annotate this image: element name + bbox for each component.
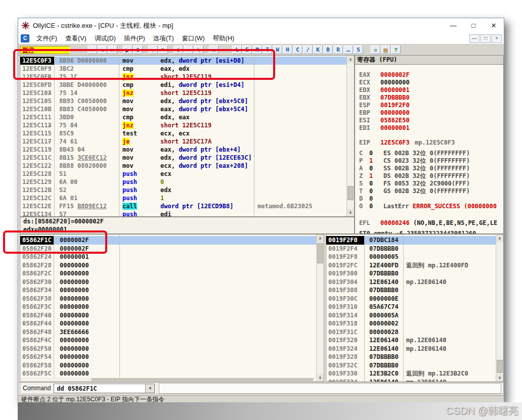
disasm-row[interactable]: 12E5C13457pushedi — [20, 210, 347, 217]
register-row[interactable]: ECX00000000 — [355, 79, 503, 86]
dump-row[interactable]: 05862F3800000000 — [20, 295, 317, 303]
stack-row[interactable]: 0019F31005A67C74 — [326, 303, 496, 311]
efl-row[interactable]: EFL00000246 (NO,NB,E,BE,NS,PE,GE,LE — [355, 219, 503, 227]
menu-item[interactable]: 帮助(H) — [209, 33, 238, 44]
st0-row[interactable]: ST0 empty -6.2359373223443981260 — [355, 230, 503, 234]
flag-row[interactable]: C0ES 002B 32位 0(FFFFFFFF) — [355, 150, 503, 157]
flag-row[interactable]: A0SS 002B 32位 0(FFFFFFFF) — [355, 165, 503, 172]
dump-row[interactable]: 05862F4C00000000 — [20, 336, 317, 345]
toolbar-button-R[interactable]: R — [333, 45, 343, 54]
disasm-row[interactable]: 12E5C1228B88 08020000movecx, dword ptr [… — [20, 162, 347, 170]
scroll-down-arrow-icon[interactable]: ∨ — [317, 374, 324, 382]
stack-row[interactable]: 0019F33412E06140mp.12E06140 — [326, 378, 496, 383]
scrollbar-thumb[interactable] — [317, 243, 323, 263]
mdi-restore-button[interactable]: □ — [481, 34, 491, 43]
scroll-up-arrow-icon[interactable]: ∧ — [496, 235, 503, 242]
stack-scrollbar[interactable]: ∧ ∨ — [496, 235, 503, 382]
disasm-row[interactable]: 12E5C1296A 00push0 — [20, 178, 347, 186]
toolbar-button-K[interactable]: K — [313, 45, 323, 54]
toolbar-button-S[interactable]: S — [354, 45, 363, 54]
flag-row[interactable]: Z1DS 002B 32位 0(FFFFFFFF) — [355, 172, 503, 180]
menu-item[interactable]: 文件(F) — [32, 33, 61, 44]
stack-pane[interactable]: 0019F2F007DBC1840019F2F407DBBBB00019F2F8… — [326, 234, 504, 382]
stack-row[interactable]: 0019F31C00000028 — [326, 328, 496, 337]
scrollbar-thumb[interactable] — [497, 360, 503, 373]
dump-row[interactable]: 05862F2400000001 — [20, 253, 317, 261]
register-row[interactable]: EAX0000002F — [355, 71, 503, 79]
disasm-row[interactable]: 12E5C117∨74 61jeshort 12E5C17A — [20, 137, 347, 146]
dump-row[interactable]: 05862F5800000000 — [20, 361, 317, 370]
dump-scrollbar[interactable]: ∧ ∨ — [316, 235, 324, 382]
stack-row[interactable]: 0019F33012E3B2C0返回到 mp.12E3B2C0 — [326, 369, 496, 378]
help-icon[interactable]: ? — [391, 45, 401, 54]
registers-pane[interactable]: 寄存器 (FPU) EAX0000002FECX00000000EDX00000… — [355, 55, 504, 234]
dump-row[interactable]: 05862F3000000000 — [20, 278, 317, 287]
dump-row[interactable]: 05862F3400000000 — [20, 286, 317, 295]
dump-row[interactable]: 05862F5000000000 — [20, 345, 317, 353]
register-row[interactable]: EBP00000000 — [355, 109, 503, 117]
minimize-button[interactable]: — — [443, 22, 463, 29]
mdi-close-button[interactable]: × — [492, 34, 502, 43]
stack-row[interactable]: 0019F32412E06140mp.12E06140 — [326, 345, 496, 353]
disasm-row[interactable]: 12E5C11585C9testecx, ecx — [20, 129, 347, 137]
disasm-row[interactable]: 12E5C10B8B83 C4050000moveax, dword ptr [… — [20, 105, 347, 113]
menu-item[interactable]: 调试(D) — [91, 33, 120, 44]
dump-row[interactable]: 05862F2800000000 — [20, 261, 317, 270]
flag-row[interactable]: S0FS 0053 32位 2C9000(FFF) — [355, 180, 503, 188]
register-row[interactable]: EDI00000001 — [355, 124, 503, 132]
stack-row[interactable]: 0019F31800000002 — [326, 319, 496, 328]
dump-row[interactable]: 05862F2C00000000 — [20, 269, 317, 278]
stack-row[interactable]: 0019F30007DBBBB0 — [326, 269, 496, 278]
stack-row[interactable]: 0019F2F407DBBBB0 — [326, 245, 496, 253]
windows-icon[interactable]: ▦ — [381, 45, 390, 54]
command-input[interactable] — [56, 385, 144, 393]
eip-row[interactable]: EIP12E5C0F3mp.12E5C0F3 — [355, 139, 503, 147]
disasm-row[interactable]: 12E5C12C6A 01push1 — [20, 194, 347, 202]
scroll-down-arrow-icon[interactable]: ∨ — [496, 374, 503, 382]
stack-row[interactable]: 0019F30C0000000E — [326, 295, 496, 303]
disassembly-scrollbar[interactable]: ∧ ∨ — [346, 56, 354, 216]
flag-row[interactable]: O0LastErr ERROR_SUCCESS (00000000 — [355, 203, 503, 210]
stack-row[interactable]: 0019F30807DBBBB0 — [326, 286, 496, 295]
stack-row[interactable]: 0019F32C07DBBBB0 — [326, 361, 496, 370]
scrollbar-thumb[interactable] — [91, 378, 314, 381]
register-row[interactable]: EDX00000001 — [355, 86, 503, 94]
register-row[interactable]: ESI05862E50 — [355, 117, 503, 124]
stack-row[interactable]: 0019F2F007DBC184 — [326, 236, 496, 245]
disasm-row[interactable]: 12E5C11C8B15 3CE6EC12movedx, dword ptr [… — [20, 154, 347, 162]
dump-row[interactable]: 05862F5C00000000 — [20, 369, 317, 378]
maximize-button[interactable]: □ — [463, 22, 484, 29]
log-icon[interactable]: ≡ — [371, 45, 380, 54]
toolbar-button-H[interactable]: H — [283, 45, 292, 54]
cpu-window-icon[interactable]: C — [21, 34, 29, 42]
menu-item[interactable]: 查看(V) — [61, 33, 91, 44]
scroll-up-arrow-icon[interactable]: ∧ — [317, 235, 324, 242]
dropdown-arrow-icon[interactable]: ▼ — [145, 384, 154, 393]
toolbar-button-…[interactable]: … — [343, 45, 353, 54]
stack-row[interactable]: 0019F2F800000005 — [326, 253, 496, 261]
title-bar[interactable]: OllyICE - cstrike.exe - [CPU - 主线程, 模块 -… — [18, 18, 504, 33]
disasm-row[interactable]: 12E5C1113BD0cmpedx, eax — [20, 113, 347, 121]
close-button[interactable]: ✕ — [484, 22, 504, 29]
scroll-up-arrow-icon[interactable]: ∧ — [347, 56, 354, 63]
disasm-row[interactable]: 12E5C1198B43 04moveax, dword ptr [ebx+4] — [20, 146, 347, 154]
disasm-row[interactable]: 12E5C12EFF15 B8D9EC12calldword ptr [12EC… — [20, 202, 347, 210]
flag-row[interactable]: D0 — [355, 195, 503, 203]
stack-row[interactable]: 0019F32012E06140mp.12E06140 — [326, 336, 496, 345]
disasm-row[interactable]: 12E5C12851pushecx — [20, 170, 347, 178]
disasm-row[interactable]: 12E5C113∨75 04jnzshort 12E5C119 — [20, 121, 347, 129]
disasm-row[interactable]: 12E5C1058B93 C0050000movedx, dword ptr [… — [20, 97, 347, 105]
menu-item[interactable]: 窗口(W) — [178, 33, 209, 44]
scroll-down-arrow-icon[interactable]: ∨ — [347, 209, 354, 216]
disasm-row[interactable]: 12E5C0FD3BBE D4000000cmpedi, dword ptr [… — [20, 81, 347, 89]
dump-row[interactable]: 05862F4000000000 — [20, 311, 317, 320]
stack-row[interactable]: 0019F2FC12E400FD返回到 mp.12E400FD — [326, 261, 496, 270]
register-row[interactable]: EBX07DBBBB0 — [355, 94, 503, 102]
flag-row[interactable]: T0GS 002B 32位 0(FFFFFFFF) — [355, 188, 503, 195]
memory-dump-pane[interactable]: 05862F1C0000002F05862F200000002F05862F24… — [20, 234, 324, 382]
scrollbar-thumb[interactable] — [347, 186, 354, 200]
stack-row[interactable]: 0019F32807DBBBB0 — [326, 353, 496, 361]
dump-row[interactable]: 05862F483EE66666 — [20, 328, 317, 337]
dump-row[interactable]: 05862F5400000000 — [20, 353, 317, 361]
stack-row[interactable]: 0019F3140000005A — [326, 311, 496, 320]
